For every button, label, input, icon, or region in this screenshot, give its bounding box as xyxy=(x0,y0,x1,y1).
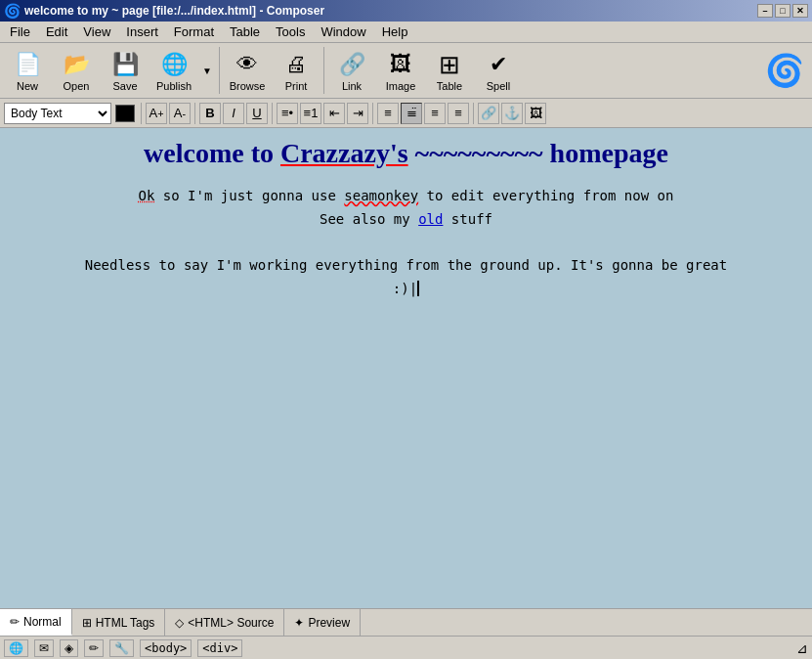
new-icon: 📄 xyxy=(12,49,43,80)
image2-button[interactable]: 🖼 xyxy=(525,103,546,124)
page-heading: welcome to Crazzazy's ~~~~~~~~~ homepage xyxy=(20,138,792,169)
menu-file[interactable]: File xyxy=(2,22,38,41)
compose-button[interactable]: ✏ xyxy=(84,639,104,657)
indent-button[interactable]: ⇥ xyxy=(347,103,368,124)
align-right-button[interactable]: ≡ xyxy=(424,103,446,124)
tab-normal[interactable]: ✏ Normal xyxy=(0,609,72,636)
ordered-list-button[interactable]: ≡1 xyxy=(300,103,321,124)
normal-tab-icon: ✏ xyxy=(10,615,20,629)
spell-icon: ✔ xyxy=(483,49,514,80)
new-label: New xyxy=(17,80,38,92)
div-tag[interactable]: <div> xyxy=(197,639,242,657)
editor-area[interactable]: welcome to Crazzazy's ~~~~~~~~~ homepage… xyxy=(0,128,812,608)
spell-label: Spell xyxy=(487,80,510,92)
anchor-button[interactable]: ⚓ xyxy=(501,103,523,124)
text-color-button[interactable] xyxy=(115,105,135,122)
preview-label: Preview xyxy=(308,616,350,630)
resize-handle[interactable]: ⊿ xyxy=(796,640,808,656)
fsep4 xyxy=(372,103,373,124)
maximize-button[interactable]: □ xyxy=(775,4,791,18)
menu-view[interactable]: View xyxy=(75,22,118,41)
image-label: Image xyxy=(386,80,416,92)
menu-insert[interactable]: Insert xyxy=(118,22,166,41)
bookmark-button[interactable]: ◈ xyxy=(60,639,78,657)
heading-before: welcome to xyxy=(144,138,280,168)
menubar: File Edit View Insert Format Table Tools… xyxy=(0,22,812,43)
tab-preview[interactable]: ✦ Preview xyxy=(284,609,361,636)
image-icon: 🖼 xyxy=(385,49,416,80)
remove-link-button[interactable]: 🔗 xyxy=(478,103,499,124)
menu-table[interactable]: Table xyxy=(222,22,268,41)
html-tags-icon: ⊞ xyxy=(82,616,92,630)
seamonkey-text: seamonkey xyxy=(344,188,418,203)
link-button[interactable]: 🔗 Link xyxy=(328,45,375,96)
menu-window[interactable]: Window xyxy=(313,22,373,41)
email-button[interactable]: ✉ xyxy=(34,639,54,657)
underline-button[interactable]: U xyxy=(246,103,268,124)
tab-html-source[interactable]: ◇ <HTML> Source xyxy=(165,609,284,636)
close-button[interactable]: ✕ xyxy=(792,4,808,18)
publish-dropdown[interactable]: ▼ xyxy=(199,45,215,96)
spell-button[interactable]: ✔ Spell xyxy=(475,45,522,96)
toolbar: 📄 New 📂 Open 💾 Save 🌐 Publish ▼ 👁 Browse… xyxy=(0,43,812,99)
align-center-button[interactable]: ≡̈ xyxy=(401,103,422,124)
new-button[interactable]: 📄 New xyxy=(4,45,51,96)
menu-tools[interactable]: Tools xyxy=(268,22,313,41)
menu-help[interactable]: Help xyxy=(374,22,416,41)
table-button[interactable]: ⊞ Table xyxy=(426,45,473,96)
mozilla-button[interactable]: 🌐 xyxy=(4,639,28,657)
heading-after: ~~~~~~~~~ homepage xyxy=(408,138,668,168)
table-label: Table xyxy=(437,80,462,92)
old-link[interactable]: old xyxy=(418,211,443,227)
unordered-list-button[interactable]: ≡• xyxy=(277,103,298,124)
fsep1 xyxy=(141,103,142,124)
sep2 xyxy=(323,47,324,94)
heading-underlined: Crazzazy's xyxy=(280,138,408,168)
print-button[interactable]: 🖨 Print xyxy=(273,45,320,96)
print-icon: 🖨 xyxy=(280,49,312,80)
window-title: welcome to my ~ page [file:/.../index.ht… xyxy=(24,4,324,18)
minimize-button[interactable]: – xyxy=(757,4,773,18)
image-button[interactable]: 🖼 Image xyxy=(377,45,424,96)
align-left-button[interactable]: ≡ xyxy=(377,103,399,124)
link-icon: 🔗 xyxy=(336,49,367,80)
titlebar: 🌀 welcome to my ~ page [file:/.../index.… xyxy=(0,0,812,22)
table-icon: ⊞ xyxy=(434,49,465,80)
statusbar: 🌐 ✉ ◈ ✏ 🔧 <body> <div> ⊿ xyxy=(0,636,812,659)
html-source-label: <HTML> Source xyxy=(188,616,274,630)
tools-button[interactable]: 🔧 xyxy=(109,639,134,657)
text-smaller-button[interactable]: A- xyxy=(169,103,191,124)
fsep5 xyxy=(473,103,474,124)
open-label: Open xyxy=(64,80,90,92)
body-tag[interactable]: <body> xyxy=(140,639,192,657)
open-button[interactable]: 📂 Open xyxy=(53,45,100,96)
publish-button[interactable]: 🌐 Publish xyxy=(150,45,197,96)
menu-edit[interactable]: Edit xyxy=(38,22,75,41)
publish-icon: 🌐 xyxy=(158,49,190,80)
html-tags-label: HTML Tags xyxy=(96,616,155,630)
save-label: Save xyxy=(112,80,137,92)
print-label: Print xyxy=(285,80,308,92)
tab-html-tags[interactable]: ⊞ HTML Tags xyxy=(72,609,166,636)
link-label: Link xyxy=(342,80,362,92)
ok-text: Ok xyxy=(139,188,155,203)
html-source-icon: ◇ xyxy=(175,616,184,630)
save-button[interactable]: 💾 Save xyxy=(102,45,149,96)
menu-format[interactable]: Format xyxy=(166,22,222,41)
fsep2 xyxy=(194,103,195,124)
bold-button[interactable]: B xyxy=(199,103,221,124)
sep1 xyxy=(219,47,220,94)
italic-button[interactable]: I xyxy=(223,103,244,124)
save-icon: 💾 xyxy=(109,49,141,80)
normal-tab-label: Normal xyxy=(23,615,62,629)
page-body: Ok so I'm just gonna use seamonkey to ed… xyxy=(20,185,792,301)
preview-icon: ✦ xyxy=(294,616,304,630)
browse-button[interactable]: 👁 Browse xyxy=(224,45,271,96)
formatbar: Body Text Heading 1 Heading 2 Normal A+ … xyxy=(0,99,812,128)
align-justify-button[interactable]: ≡ xyxy=(448,103,469,124)
paragraph1: Ok so I'm just gonna use seamonkey to ed… xyxy=(20,185,792,208)
paragraph4: :)| xyxy=(20,278,792,301)
outdent-button[interactable]: ⇤ xyxy=(323,103,345,124)
text-larger-button[interactable]: A+ xyxy=(146,103,167,124)
style-select[interactable]: Body Text Heading 1 Heading 2 Normal xyxy=(4,103,111,124)
